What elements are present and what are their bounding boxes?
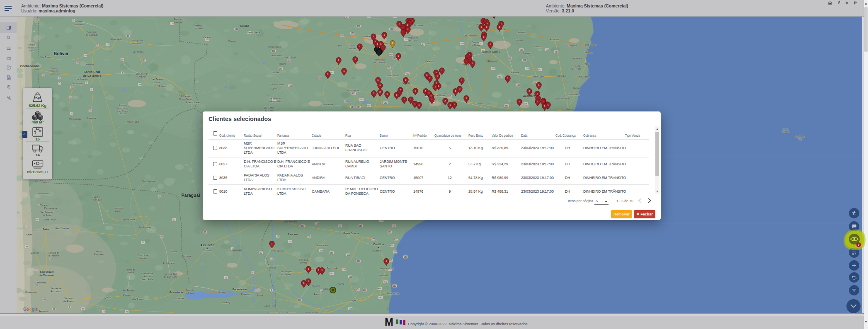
svg-text:de La Sierra: de La Sierra: [83, 74, 102, 77]
svg-text:Ilha Martin: Ilha Martin: [795, 136, 805, 138]
svg-text:Trancoso: Trancoso: [584, 51, 593, 54]
svg-text:San Ignacio: San Ignacio: [132, 39, 143, 42]
svg-text:Rondonópolis: Rondonópolis: [268, 46, 282, 48]
svg-text:Roboré: Roboré: [158, 85, 166, 87]
svg-text:14: 14: [270, 258, 273, 260]
svg-text:Guarapuava: Guarapuava: [316, 244, 328, 247]
svg-text:Villa Ángela: Villa Ángela: [132, 298, 143, 300]
svg-text:9: 9: [91, 89, 92, 91]
svg-text:Samaipata: Samaipata: [72, 82, 82, 85]
svg-text:San José de: San José de: [136, 73, 148, 75]
svg-text:Araçuaí: Araçuaí: [523, 52, 531, 54]
svg-text:Santa Rosa: Santa Rosa: [264, 305, 276, 307]
svg-text:Presidencia: Presidencia: [141, 272, 153, 275]
svg-text:Nova Viçosa: Nova Viçosa: [577, 75, 589, 78]
svg-text:Ingeniero: Ingeniero: [114, 207, 123, 209]
svg-text:116: 116: [524, 103, 527, 105]
svg-text:Parque: Parque: [28, 44, 35, 46]
svg-text:São Miguel: São Miguel: [281, 270, 292, 273]
svg-text:080: 080: [393, 17, 397, 18]
svg-text:Corrientes: Corrientes: [174, 297, 184, 300]
svg-text:116: 116: [526, 68, 529, 70]
svg-text:Chateaubriand: Chateaubriand: [283, 220, 298, 223]
svg-text:Oberá: Oberá: [257, 294, 263, 296]
svg-text:490: 490: [406, 73, 409, 75]
svg-text:Alto Garças: Alto Garças: [284, 56, 296, 59]
svg-text:Lacerda: Lacerda: [174, 21, 182, 23]
svg-text:153: 153: [320, 290, 324, 292]
svg-text:La Guardia: La Guardia: [77, 78, 87, 80]
svg-text:070: 070: [340, 34, 344, 36]
svg-text:Cafayate: Cafayate: [31, 252, 39, 254]
svg-text:o: o: [29, 307, 32, 312]
svg-text:Neu-Halbstadt: Neu-Halbstadt: [142, 180, 157, 182]
svg-text:23: 23: [42, 75, 45, 77]
svg-text:Florianópolis: Florianópolis: [387, 292, 400, 295]
svg-text:Castelli: Castelli: [139, 257, 146, 259]
svg-text:Curitiba: Curitiba: [373, 243, 384, 246]
svg-text:Prado: Prado: [584, 63, 589, 65]
svg-text:Pontes e: Pontes e: [174, 18, 182, 20]
svg-text:Pedra Preta: Pedra Preta: [271, 54, 282, 57]
svg-text:367: 367: [555, 51, 558, 53]
svg-text:365: 365: [360, 99, 363, 101]
svg-text:la Patria: la Patria: [186, 292, 194, 294]
svg-text:Cochabamba: Cochabamba: [20, 64, 40, 68]
svg-text:277: 277: [394, 238, 398, 240]
svg-text:277: 277: [371, 238, 375, 240]
svg-text:Tilcara: Tilcara: [40, 204, 47, 206]
svg-text:282: 282: [363, 289, 366, 291]
svg-text:64: 64: [53, 308, 55, 310]
svg-text:Caldas Novas: Caldas Novas: [386, 74, 400, 77]
svg-text:Paracatu: Paracatu: [425, 60, 434, 63]
svg-text:de Jujuy: de Jujuy: [43, 214, 51, 216]
svg-text:12: 12: [173, 219, 175, 221]
svg-text:Caaguazú: Caaguazú: [233, 249, 242, 251]
svg-text:Las Lomitas: Las Lomitas: [139, 226, 151, 228]
svg-text:El Colorado: El Colorado: [163, 262, 175, 264]
svg-text:Roque: Roque: [144, 275, 150, 278]
svg-text:64: 64: [82, 308, 84, 310]
svg-text:470: 470: [384, 281, 387, 283]
svg-text:San Pablo: San Pablo: [74, 23, 84, 26]
svg-text:Bolívia: Bolívia: [54, 51, 68, 56]
svg-text:280: 280: [342, 269, 346, 271]
svg-text:95: 95: [126, 311, 128, 313]
svg-text:10: 10: [276, 235, 279, 237]
svg-text:116: 116: [389, 259, 392, 261]
svg-text:369: 369: [301, 225, 304, 227]
svg-text:Mayer Pablo: Mayer Pablo: [127, 121, 139, 123]
svg-text:34: 34: [49, 258, 52, 260]
svg-text:Kg: Kg: [35, 96, 40, 99]
svg-text:4: 4: [122, 72, 123, 74]
svg-text:Mato Grosso: Mato Grosso: [269, 100, 282, 103]
svg-text:Santa Cruz: Santa Cruz: [84, 70, 101, 74]
svg-text:38: 38: [69, 97, 72, 99]
svg-text:477: 477: [393, 251, 397, 253]
svg-text:39: 39: [121, 59, 124, 61]
svg-text:363: 363: [272, 50, 275, 52]
svg-text:251: 251: [520, 49, 523, 51]
svg-text:367: 367: [492, 68, 495, 70]
svg-text:Itaberaí: Itaberaí: [363, 35, 371, 38]
svg-text:Termas de: Termas de: [51, 287, 61, 290]
svg-text:D'Oeste: D'Oeste: [195, 27, 203, 30]
svg-text:de Goiânia: de Goiânia: [373, 61, 386, 64]
svg-text:Foz do Iguaçu: Foz do Iguaçu: [270, 249, 284, 252]
svg-text:Cassilândia: Cassilândia: [322, 103, 333, 106]
svg-text:251: 251: [523, 59, 526, 61]
svg-text:Unaí: Unaí: [425, 42, 430, 45]
svg-text:Encarnación: Encarnación: [233, 288, 247, 290]
svg-text:Cascavel: Cascavel: [288, 233, 298, 235]
svg-text:373: 373: [320, 250, 323, 252]
svg-text:352: 352: [387, 66, 390, 68]
svg-text:282: 282: [393, 285, 396, 287]
svg-text:153: 153: [287, 60, 291, 62]
svg-text:Trindade: Trindade: [782, 131, 789, 133]
svg-text:116: 116: [347, 254, 350, 256]
svg-text:Sáenz Peña: Sáenz Peña: [141, 278, 153, 281]
svg-text:Nacional del: Nacional del: [116, 107, 128, 109]
svg-text:10: 10: [127, 35, 129, 37]
svg-text:Chiquitos: Chiquitos: [137, 75, 147, 78]
svg-text:Luziânia: Luziânia: [402, 44, 412, 47]
